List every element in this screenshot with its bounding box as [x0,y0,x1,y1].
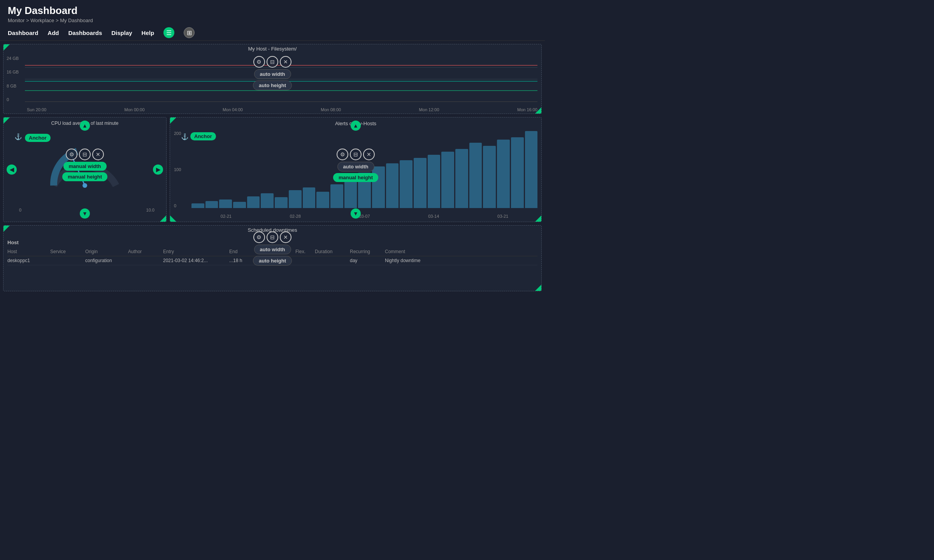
x-label-0: Sun 20:00 [27,107,46,112]
svg-point-1 [83,183,87,188]
gauge-anchor-icon: ⚓ [14,133,22,140]
row-flex [295,258,315,263]
downtimes-height-badge[interactable]: auto height [253,256,292,266]
bar-21 [483,146,496,208]
bar-7 [289,190,302,208]
bar-4 [247,196,260,208]
gauge-arrow-right[interactable]: ▶ [153,164,163,175]
alerts-arrow-down[interactable]: ▼ [351,208,361,219]
alerts-anchor-icon: ⚓ [181,133,189,140]
alerts-y-labels: 0 100 200 [174,131,181,208]
col-header-duration: Duration [315,249,350,254]
downtimes-close-btn[interactable]: ✕ [280,231,291,243]
filesystem-copy-btn[interactable]: ⊟ [267,56,278,68]
gauge-close-btn[interactable]: ✕ [92,149,104,160]
gauge-arrow-left[interactable]: ◀ [7,164,17,175]
panel-downtimes: Scheduled downtimes Host ⚙ ⊟ ✕ auto widt… [3,225,542,291]
bar-23 [511,137,524,208]
col-header-recurring: Recurring [350,249,385,254]
page-title: My Dashboard [8,5,537,17]
row-service [50,258,85,263]
filesystem-ctrl-row: ⚙ ⊟ ✕ [253,56,291,68]
nav-icon-menu[interactable]: ☰ [163,27,174,38]
gauge-height-badge[interactable]: manual height [62,172,107,181]
gauge-copy-btn[interactable]: ⊟ [79,149,91,160]
gauge-anchor-label[interactable]: Anchor [25,134,51,142]
nav-dashboard[interactable]: Dashboard [8,28,38,38]
downtimes-host-section: Host [7,240,19,245]
alerts-anchor-label[interactable]: Anchor [190,132,216,140]
col-header-comment: Comment [385,249,537,254]
row-recurring: day [350,258,385,263]
panel-filesystem: My Host - Filesystem/ 0 8 GB 16 GB 24 GB… [3,44,542,114]
gauge-width-badge[interactable]: manual width [63,162,106,171]
nav-dashboards[interactable]: Dashboards [68,28,102,38]
gauge-corner-tl [4,117,10,124]
middle-row: ⚓ Anchor ▲ ▼ ◀ ▶ CPU load average of las… [3,117,542,222]
filesystem-width-badge[interactable]: auto width [254,69,291,79]
alerts-x-1: 02-28 [290,214,301,219]
alerts-x-labels: 02-21 02-28 03-07 03-14 03-21 [191,214,537,219]
panel-gauge: ⚓ Anchor ▲ ▼ ◀ ▶ CPU load average of las… [3,117,167,222]
alerts-controls: ⚙ ⊟ ✕ auto width manual height [333,149,378,182]
downtimes-copy-btn[interactable]: ⊟ [267,231,278,243]
alerts-height-badge[interactable]: manual height [333,173,378,182]
alerts-width-badge[interactable]: auto width [337,162,374,172]
dashboard: My Host - Filesystem/ 0 8 GB 16 GB 24 GB… [0,41,545,294]
col-header-author: Author [128,249,163,254]
alerts-y-0: 0 [174,203,181,208]
alerts-x-3: 03-14 [428,214,439,219]
filesystem-close-btn[interactable]: ✕ [280,56,291,68]
filesystem-title: My Host - Filesystem/ [4,44,541,53]
bar-15 [400,160,413,208]
bar-10 [330,184,343,208]
bar-11 [344,179,357,208]
filesystem-height-badge[interactable]: auto height [253,80,292,90]
filesystem-settings-btn[interactable]: ⚙ [253,56,265,68]
gauge-min: 0 [19,208,21,212]
alerts-x-0: 02-21 [221,214,232,219]
gauge-arrow-down[interactable]: ▼ [80,208,90,219]
y-label-16gb: 16 GB [7,70,19,74]
col-header-host: Host [7,249,50,254]
bar-3 [233,202,246,208]
header: My Dashboard Monitor > Workplace > My Da… [0,0,545,25]
gauge-max: 10.0 [146,208,154,212]
bar-1 [205,201,218,208]
col-header-flex: Flex. [295,249,315,254]
bar-5 [261,193,274,208]
data-line-green [25,90,537,91]
nav-icon-grid[interactable]: ⊞ [184,27,195,38]
downtimes-settings-btn[interactable]: ⚙ [253,231,265,243]
gauge-corner-br [160,215,166,222]
bar-24 [525,131,538,208]
y-label-24gb: 24 GB [7,56,19,61]
gauge-ctrl-row: ⚙ ⊟ ✕ [66,149,104,160]
nav-bar: Dashboard Add Dashboards Display Help ☰ … [0,25,545,41]
filesystem-x-labels: Sun 20:00 Mon 00:00 Mon 04:00 Mon 08:00 … [27,107,537,112]
row-origin: configuration [85,258,128,263]
nav-help[interactable]: Help [142,28,154,38]
y-label-0: 0 [7,97,19,102]
bar-22 [497,140,510,208]
bar-17 [428,155,441,208]
alerts-y-100: 100 [174,167,181,172]
bar-18 [441,152,454,208]
col-header-entry: Entry [163,249,229,254]
alerts-arrow-up[interactable]: ▲ [351,121,361,131]
x-label-1: Mon 00:00 [125,107,145,112]
alerts-copy-btn[interactable]: ⊟ [350,149,362,160]
downtimes-width-badge[interactable]: auto width [254,245,291,254]
row-author [128,258,163,263]
col-header-origin: Origin [85,249,128,254]
downtimes-controls: ⚙ ⊟ ✕ auto width auto height [253,231,292,266]
gauge-arrow-up[interactable]: ▲ [80,121,90,131]
bar-9 [316,192,329,208]
gauge-settings-btn[interactable]: ⚙ [66,149,77,160]
x-label-2: Mon 04:00 [223,107,243,112]
nav-display[interactable]: Display [111,28,132,38]
alerts-close-btn[interactable]: ✕ [363,149,375,160]
alerts-settings-btn[interactable]: ⚙ [337,149,348,160]
alerts-y-200: 200 [174,131,181,136]
nav-add[interactable]: Add [47,28,59,38]
